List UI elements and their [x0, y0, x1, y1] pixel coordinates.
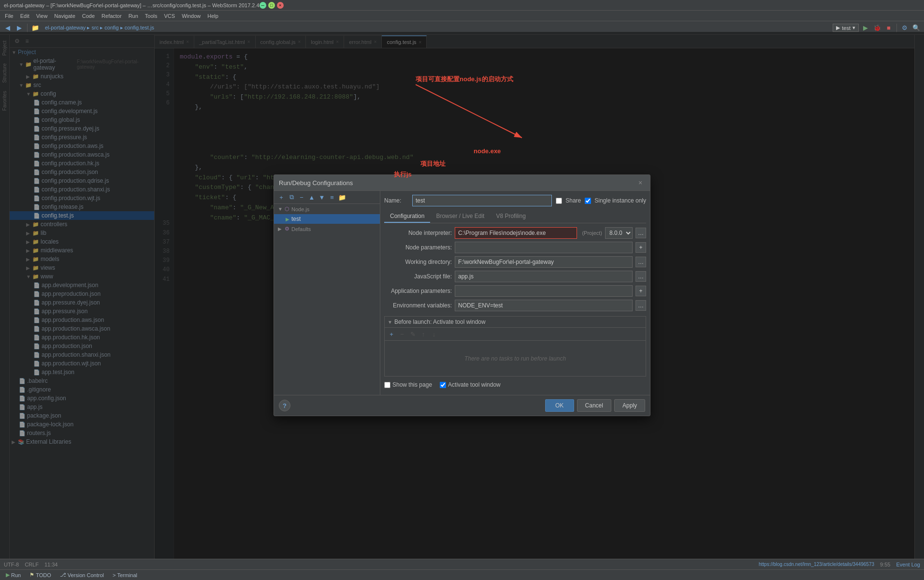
menu-view[interactable]: View	[33, 12, 51, 20]
test-label: test	[291, 216, 301, 222]
menu-refactor[interactable]: Refactor	[99, 12, 125, 20]
vcs-label: Version Control	[68, 572, 104, 578]
js-file-row: JavaScript file: …	[384, 271, 646, 282]
settings-icon[interactable]: ⚙	[900, 23, 910, 33]
node-interpreter-row: Node interpreter: (Project) 8.0.0 …	[384, 227, 646, 239]
js-file-browse-button[interactable]: …	[635, 271, 646, 282]
breadcrumb-src[interactable]: src	[92, 25, 99, 30]
bottom-tab-terminal[interactable]: > Terminal	[109, 571, 141, 579]
minimize-button[interactable]: ─	[260, 2, 266, 9]
nodejs-label: Node.js	[291, 206, 309, 212]
remove-task-button[interactable]: −	[397, 329, 407, 339]
env-vars-label: Environment variables:	[384, 302, 452, 309]
dialog-body: + ⧉ − ▲ ▼ ≡ 📁 ▼ ⬡ Node.js ▶ test	[274, 191, 650, 395]
nodejs-section[interactable]: ▼ ⬡ Node.js	[274, 204, 380, 214]
move-down-button[interactable]: ▼	[318, 193, 326, 202]
menu-run[interactable]: Run	[126, 12, 141, 20]
breadcrumb-file[interactable]: config.test.js	[125, 25, 154, 30]
project-icon[interactable]: 📁	[30, 23, 40, 33]
menu-bar: File Edit View Navigate Code Refactor Ru…	[0, 11, 924, 21]
tab-v8-profiling[interactable]: V8 Profiling	[490, 210, 531, 223]
menu-file[interactable]: File	[2, 12, 16, 20]
forward-icon[interactable]: ▶	[14, 23, 24, 33]
node-interpreter-browse-button[interactable]: …	[635, 228, 646, 238]
bottom-tab-todo[interactable]: ⚑ TODO	[26, 571, 55, 579]
search-icon[interactable]: 🔍	[911, 23, 921, 33]
before-launch-empty: There are no tasks to run before launch	[385, 341, 646, 376]
share-checkbox[interactable]	[556, 198, 562, 204]
test-config-item[interactable]: ▶ test	[274, 214, 380, 224]
terminal-icon: >	[113, 572, 116, 578]
dialog-title: Run/Debug Configurations	[279, 179, 353, 187]
js-file-input[interactable]	[455, 271, 633, 282]
move-up-button[interactable]: ▲	[307, 193, 316, 202]
single-instance-checkbox[interactable]	[585, 198, 591, 204]
node-interpreter-input[interactable]	[455, 227, 577, 239]
breadcrumb-project[interactable]: el-portal-gateway	[45, 25, 86, 30]
add-config-button[interactable]: +	[277, 193, 286, 202]
menu-window[interactable]: Window	[179, 12, 203, 20]
menu-help[interactable]: Help	[204, 12, 221, 20]
share-label: Share	[565, 197, 581, 204]
show-page-text: Show this page	[392, 381, 432, 388]
debug-button[interactable]: 🐞	[872, 23, 882, 33]
back-icon[interactable]: ◀	[3, 23, 13, 33]
menu-tools[interactable]: Tools	[142, 12, 160, 20]
defaults-arrow: ▶	[278, 226, 283, 232]
bottom-tab-run[interactable]: ▶ Run	[2, 571, 25, 579]
app-params-expand-button[interactable]: +	[635, 286, 646, 296]
status-right: https://blog.csdn.net/lmn_123/article/de…	[759, 562, 920, 567]
dialog-close-button[interactable]: ×	[635, 178, 645, 188]
config-tree-header: + ⧉ − ▲ ▼ ≡ 📁	[274, 191, 380, 204]
menu-edit[interactable]: Edit	[17, 12, 32, 20]
activate-tool-window-label-row: Activate tool window	[440, 381, 501, 388]
show-page-checkbox[interactable]	[384, 382, 390, 388]
window-title: el-portal-gateway – [F:\workNewBugFor\el…	[4, 2, 260, 8]
status-position: 11:34	[44, 562, 58, 567]
menu-vcs[interactable]: VCS	[161, 12, 178, 20]
env-vars-browse-button[interactable]: …	[635, 300, 646, 311]
title-bar: el-portal-gateway – [F:\workNewBugFor\el…	[0, 0, 924, 11]
breadcrumb-config[interactable]: config	[104, 25, 118, 30]
run-button[interactable]: ▶	[861, 23, 870, 33]
defaults-section[interactable]: ▶ ⚙ Defaults	[274, 224, 380, 234]
menu-navigate[interactable]: Navigate	[51, 12, 78, 20]
app-params-input[interactable]	[455, 285, 633, 297]
close-button[interactable]: ×	[277, 2, 284, 9]
group-config-button[interactable]: 📁	[338, 193, 346, 202]
move-task-up-button[interactable]: ↑	[419, 329, 428, 339]
maximize-button[interactable]: □	[268, 2, 275, 9]
name-input[interactable]	[412, 195, 552, 206]
event-log[interactable]: Event Log	[896, 562, 920, 567]
edit-task-button[interactable]: ✎	[408, 329, 418, 339]
single-instance-label: Single instance only	[594, 197, 646, 204]
before-launch-arrow: ▼	[388, 319, 392, 325]
bottom-tab-vcs[interactable]: ⎇ Version Control	[56, 571, 108, 579]
add-task-button[interactable]: +	[387, 329, 396, 339]
working-dir-browse-button[interactable]: …	[635, 257, 646, 267]
working-dir-input[interactable]	[455, 256, 633, 268]
ok-button[interactable]: OK	[545, 399, 574, 412]
apply-button[interactable]: Apply	[614, 399, 645, 412]
cancel-button[interactable]: Cancel	[577, 399, 611, 412]
stop-button[interactable]: ■	[884, 23, 894, 33]
help-button[interactable]: ?	[279, 400, 290, 411]
env-vars-input[interactable]	[455, 300, 633, 311]
node-version-select[interactable]: 8.0.0	[605, 227, 633, 239]
activate-tool-window-checkbox[interactable]	[440, 382, 446, 388]
menu-code[interactable]: Code	[79, 12, 98, 20]
tab-configuration[interactable]: Configuration	[384, 210, 430, 223]
filter-config-button[interactable]: ≡	[328, 193, 336, 202]
dialog-overlay: Run/Debug Configurations × + ⧉ − ▲ ▼ ≡ 📁…	[0, 32, 924, 559]
show-page-label-row: Show this page	[384, 381, 432, 388]
node-params-expand-button[interactable]: +	[635, 242, 646, 253]
test-run-icon: ▶	[286, 217, 289, 222]
tab-browser-live-edit[interactable]: Browser / Live Edit	[430, 210, 490, 223]
node-params-input[interactable]	[455, 242, 633, 253]
move-task-down-button[interactable]: ↓	[429, 329, 439, 339]
copy-config-button[interactable]: ⧉	[287, 193, 296, 202]
delete-config-button[interactable]: −	[297, 193, 306, 202]
before-launch-empty-text: There are no tasks to run before launch	[464, 355, 566, 362]
status-url: https://blog.csdn.net/lmn_123/article/de…	[759, 562, 874, 567]
run-config-selector[interactable]: ▶ test ▾	[833, 24, 859, 32]
